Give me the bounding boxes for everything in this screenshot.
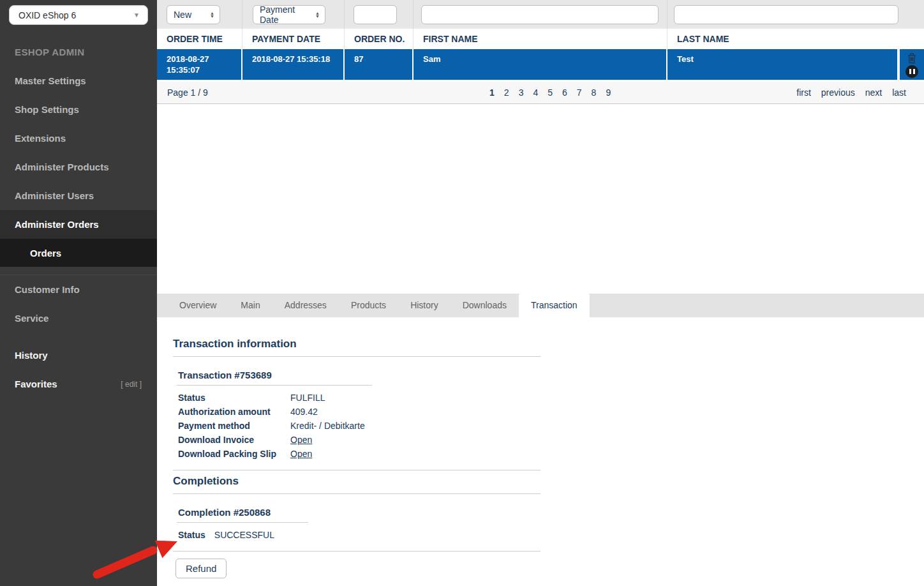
detail-row-authorization-amount: Authorization amount 409.42 xyxy=(178,405,913,419)
page-indicator: Page 1 / 9 xyxy=(157,87,304,98)
completion-detail-table: Status SUCCESSFUL xyxy=(178,528,913,542)
pagination-last-link[interactable]: last xyxy=(892,87,906,98)
column-header-payment-date[interactable]: PAYMENT DATE xyxy=(242,29,345,49)
filter-cell-payment-date: Payment Date ▲▼ xyxy=(242,0,345,29)
sidebar-item-administer-orders[interactable]: Administer Orders xyxy=(0,210,157,239)
shop-selector-dropdown[interactable]: OXID eShop 6 ▼ xyxy=(9,5,148,25)
cell-first-name: Sam xyxy=(414,49,667,80)
detail-value: Kredit- / Debitkarte xyxy=(290,419,365,433)
detail-label: Payment method xyxy=(178,419,290,433)
refund-button[interactable]: Refund xyxy=(175,559,227,578)
sidebar-item-customer-info[interactable]: Customer Info xyxy=(0,275,157,304)
order-no-filter-input[interactable] xyxy=(354,5,397,24)
cell-order-no: 87 xyxy=(345,49,414,80)
pause-order-icon[interactable] xyxy=(905,65,918,78)
detail-row-payment-method: Payment method Kredit- / Debitkarte xyxy=(178,419,913,433)
column-header-order-no[interactable]: ORDER NO. xyxy=(345,29,414,49)
orders-filter-bar: New ▲▼ Payment Date ▲▼ xyxy=(157,0,924,29)
completions-title: Completions xyxy=(173,475,913,488)
filter-cell-first-name xyxy=(414,0,667,29)
order-detail-tabs: Overview Main Addresses Products History… xyxy=(157,294,924,317)
section-divider xyxy=(173,356,540,357)
sidebar-item-shop-settings[interactable]: Shop Settings xyxy=(0,95,157,124)
sidebar-item-favorites-label: Favorites xyxy=(15,379,57,389)
page-number-6[interactable]: 6 xyxy=(562,87,567,98)
transaction-detail-table: Status FULFILL Authorization amount 409.… xyxy=(178,391,913,461)
sidebar-item-favorites[interactable]: Favorites [ edit ] xyxy=(0,370,157,398)
download-packing-slip-open-link[interactable]: Open xyxy=(290,447,312,461)
sidebar-item-orders[interactable]: Orders xyxy=(0,239,157,267)
chevron-down-icon: ▼ xyxy=(133,11,140,19)
tab-main[interactable]: Main xyxy=(228,294,272,317)
section-divider xyxy=(173,470,540,470)
detail-label: Download Invoice xyxy=(178,433,290,447)
filter-cell-order-no xyxy=(345,0,414,29)
detail-value: SUCCESSFUL xyxy=(214,528,274,542)
detail-row-download-invoice: Download Invoice Open xyxy=(178,433,913,447)
transaction-information-title: Transaction information xyxy=(173,338,913,350)
favorites-edit-link[interactable]: [ edit ] xyxy=(121,380,142,389)
page-number-7[interactable]: 7 xyxy=(577,87,582,98)
shop-selector-value: OXID eShop 6 xyxy=(19,10,76,20)
tab-addresses[interactable]: Addresses xyxy=(272,294,339,317)
select-spinner-icon: ▲▼ xyxy=(210,11,214,18)
completion-row-status: Status SUCCESSFUL xyxy=(178,528,913,542)
download-invoice-open-link[interactable]: Open xyxy=(290,433,312,447)
filter-cell-last-name xyxy=(667,0,898,29)
pagination-first-link[interactable]: first xyxy=(796,87,811,98)
completion-number-heading: Completion #250868 xyxy=(178,507,913,518)
page-number-8[interactable]: 8 xyxy=(592,87,597,98)
cell-payment-date: 2018-08-27 15:35:18 xyxy=(242,49,345,80)
tab-overview[interactable]: Overview xyxy=(167,294,228,317)
sidebar-item-master-settings[interactable]: Master Settings xyxy=(0,66,157,95)
filter-cell-actions xyxy=(898,0,924,29)
table-row-selected-order[interactable]: 2018-08-27 15:35:07 2018-08-27 15:35:18 … xyxy=(157,49,924,80)
sidebar: OXID eShop 6 ▼ ESHOP ADMIN Master Settin… xyxy=(0,0,157,586)
tab-downloads[interactable]: Downloads xyxy=(451,294,519,317)
column-header-last-name[interactable]: LAST NAME xyxy=(667,29,898,49)
sidebar-gap xyxy=(0,333,157,341)
transaction-number-heading: Transaction #753689 xyxy=(178,370,913,380)
page-number-2[interactable]: 2 xyxy=(504,87,509,98)
sidebar-item-administer-products[interactable]: Administer Products xyxy=(0,153,157,181)
orders-table-header: ORDER TIME PAYMENT DATE ORDER NO. FIRST … xyxy=(157,29,924,49)
page-number-3[interactable]: 3 xyxy=(519,87,524,98)
eshop-admin-brand: ESHOP ADMIN xyxy=(15,47,157,57)
payment-date-select-value: Payment Date xyxy=(260,4,309,25)
payment-date-select[interactable]: Payment Date ▲▼ xyxy=(253,5,325,24)
column-header-actions xyxy=(898,29,924,49)
sidebar-item-service[interactable]: Service xyxy=(0,304,157,333)
first-name-filter-input[interactable] xyxy=(421,5,659,24)
detail-value: FULFILL xyxy=(290,391,325,405)
column-header-order-time[interactable]: ORDER TIME xyxy=(157,29,242,49)
cell-row-actions xyxy=(900,49,924,80)
sidebar-item-administer-users[interactable]: Administer Users xyxy=(0,181,157,210)
detail-row-status: Status FULFILL xyxy=(178,391,913,405)
page-number-9[interactable]: 9 xyxy=(606,87,611,98)
column-header-first-name[interactable]: FIRST NAME xyxy=(414,29,667,49)
delete-order-trash-icon[interactable] xyxy=(905,52,918,64)
pagination-next-link[interactable]: next xyxy=(865,87,882,98)
tab-transaction[interactable]: Transaction xyxy=(519,294,590,317)
detail-row-download-packing-slip: Download Packing Slip Open xyxy=(178,447,913,461)
pagination-previous-link[interactable]: previous xyxy=(821,87,855,98)
order-status-select[interactable]: New ▲▼ xyxy=(167,5,220,24)
main-area: New ▲▼ Payment Date ▲▼ O xyxy=(157,0,924,586)
sub-divider xyxy=(177,522,308,523)
tab-history[interactable]: History xyxy=(398,294,451,317)
page-number-4[interactable]: 4 xyxy=(533,87,538,98)
page-number-1[interactable]: 1 xyxy=(489,87,495,98)
section-divider xyxy=(173,551,540,552)
cell-order-time: 2018-08-27 15:35:07 xyxy=(157,49,242,80)
last-name-filter-input[interactable] xyxy=(674,5,898,24)
pagination-bar: Page 1 / 9 1 2 3 4 5 6 7 8 9 first previ… xyxy=(157,82,924,104)
admin-screen: OXID eShop 6 ▼ ESHOP ADMIN Master Settin… xyxy=(0,0,924,586)
sidebar-item-history[interactable]: History xyxy=(0,341,157,370)
page-number-list: 1 2 3 4 5 6 7 8 9 xyxy=(304,87,796,98)
detail-label: Status xyxy=(178,528,205,542)
tab-products[interactable]: Products xyxy=(339,294,398,317)
page-number-5[interactable]: 5 xyxy=(548,87,553,98)
sidebar-item-extensions[interactable]: Extensions xyxy=(0,124,157,153)
filter-cell-order-time: New ▲▼ xyxy=(157,0,242,29)
detail-value: 409.42 xyxy=(290,405,318,419)
